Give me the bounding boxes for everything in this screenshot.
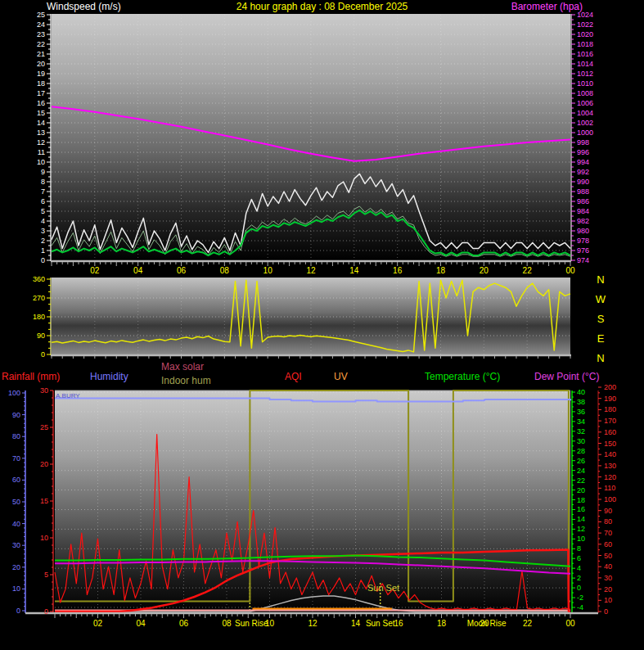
barometer-tick-label: 978 xyxy=(577,237,589,245)
hour-label: 04 xyxy=(133,266,143,275)
temperature-tick-label: 38 xyxy=(577,398,585,406)
aqi-tick-label: 10 xyxy=(604,596,612,604)
compass-letter: N xyxy=(597,273,604,286)
aqi-tick-label: 40 xyxy=(604,562,612,571)
hour-label: 14 xyxy=(351,619,361,628)
aqi-tick-label: 180 xyxy=(604,405,616,413)
windspeed-tick-label: 7 xyxy=(41,187,45,196)
barometer-tick-label: 1018 xyxy=(577,40,593,48)
aqi-tick-label: 30 xyxy=(604,574,612,582)
temperature-tick-label: 8 xyxy=(577,544,581,553)
humidity-tick-label: 80 xyxy=(12,432,20,440)
barometer-tick-label: 984 xyxy=(577,207,589,215)
windspeed-tick-label: 16 xyxy=(37,99,45,107)
barometer-tick-label: 996 xyxy=(577,148,589,156)
weather-chart-canvas: 0123456789101112131415161718192021222324… xyxy=(0,0,644,650)
barometer-tick-label: 1006 xyxy=(577,99,593,107)
temperature-tick-label: 18 xyxy=(577,496,585,504)
temperature-tick-label: 26 xyxy=(577,457,585,465)
barometer-tick-label: 1020 xyxy=(577,30,593,38)
windspeed-tick-label: 18 xyxy=(37,79,45,88)
aqi-tick-label: 190 xyxy=(604,395,616,403)
legend-uv: UV xyxy=(334,371,348,382)
windspeed-tick-label: 11 xyxy=(38,148,45,156)
temperature-tick-label: 2 xyxy=(577,574,581,582)
temperature-tick-label: 30 xyxy=(577,437,585,445)
hour-label: 20 xyxy=(480,266,489,275)
temperature-tick-label: -2 xyxy=(577,594,583,602)
humidity-tick-label: 50 xyxy=(12,498,20,506)
aqi-tick-label: 170 xyxy=(604,417,616,425)
windspeed-tick-label: 0 xyxy=(41,256,45,264)
barometer-tick-label: 1014 xyxy=(577,60,593,68)
hour-label: 08 xyxy=(222,619,232,628)
rainfall-tick-label: 20 xyxy=(40,460,48,468)
humidity-tick-label: 40 xyxy=(12,520,20,528)
rainfall-tick-label: 0 xyxy=(44,607,48,616)
aqi-tick-label: 70 xyxy=(604,529,612,537)
hour-label: 10 xyxy=(263,266,273,275)
temperature-tick-label: 34 xyxy=(577,418,585,426)
hour-label: 06 xyxy=(177,266,187,275)
moon-rise-label: Moon Rise xyxy=(467,619,507,628)
hour-label: 00 xyxy=(565,266,575,275)
aqi-tick-label: 90 xyxy=(604,507,612,515)
direction-tick-label: 360 xyxy=(33,275,45,283)
hour-label: 02 xyxy=(93,619,103,628)
barometer-tick-label: 1004 xyxy=(577,109,593,117)
temperature-tick-label: -4 xyxy=(577,603,583,612)
barometer-tick-label: 980 xyxy=(577,227,589,235)
humidity-tick-label: 10 xyxy=(12,585,20,593)
hour-label: 18 xyxy=(437,619,447,628)
aqi-tick-label: 160 xyxy=(604,428,616,436)
aqi-tick-label: 50 xyxy=(604,552,612,560)
barometer-tick-label: 974 xyxy=(577,256,589,264)
barometer-tick-label: 1000 xyxy=(577,129,593,137)
legend-aqi: AQI xyxy=(285,371,302,382)
aqi-tick-label: 20 xyxy=(604,585,612,594)
humidity-tick-label: 60 xyxy=(12,476,20,484)
barometer-tick-label: 1012 xyxy=(577,70,593,78)
aqi-tick-label: 130 xyxy=(604,462,616,470)
barometer-tick-label: 986 xyxy=(577,197,589,205)
hour-label: 12 xyxy=(308,619,317,628)
hour-label: 14 xyxy=(349,266,359,275)
temperature-tick-label: 24 xyxy=(577,467,585,475)
windspeed-tick-label: 17 xyxy=(37,89,45,97)
multi-panel-bg xyxy=(55,390,570,613)
hour-label: 08 xyxy=(220,266,230,275)
legend-humidity: Humidity xyxy=(90,371,128,382)
aqi-tick-label: 140 xyxy=(604,450,616,458)
windspeed-tick-label: 4 xyxy=(41,217,45,225)
direction-tick-label: 0 xyxy=(41,350,45,359)
temperature-tick-label: 28 xyxy=(577,447,585,455)
barometer-tick-label: 976 xyxy=(577,246,589,255)
barometer-tick-label: 998 xyxy=(577,138,589,147)
temperature-tick-label: 32 xyxy=(577,427,585,436)
temperature-tick-label: 14 xyxy=(577,515,585,523)
compass-letter: W xyxy=(596,293,606,305)
legend-max-solar: Max solar xyxy=(161,361,204,372)
windspeed-tick-label: 1 xyxy=(41,246,45,255)
aqi-tick-label: 0 xyxy=(604,607,608,616)
humidity-tick-label: 90 xyxy=(12,411,20,419)
aqi-tick-label: 120 xyxy=(604,473,616,481)
series-legend: Rainfall (mm) Humidity Max solar Indoor … xyxy=(0,360,644,390)
windspeed-tick-label: 15 xyxy=(37,109,45,117)
barometer-tick-label: 1002 xyxy=(577,119,593,127)
aqi-tick-label: 100 xyxy=(604,495,616,503)
legend-temperature: Temperature (°C) xyxy=(425,371,500,382)
barometer-tick-label: 990 xyxy=(577,178,589,186)
barometer-tick-label: 994 xyxy=(577,158,589,166)
humidity-tick-label: 20 xyxy=(12,563,20,571)
hour-label: 16 xyxy=(393,266,403,275)
barometer-tick-label: 982 xyxy=(577,217,589,225)
station-label: A.BURY xyxy=(56,392,80,399)
aqi-tick-label: 60 xyxy=(604,540,612,548)
barometer-tick-label: 988 xyxy=(577,187,589,196)
windspeed-tick-label: 3 xyxy=(41,227,45,235)
temperature-tick-label: 22 xyxy=(577,476,585,485)
temperature-tick-label: 36 xyxy=(577,408,585,416)
hour-label: 06 xyxy=(179,619,189,628)
barometer-tick-label: 1016 xyxy=(577,50,593,58)
